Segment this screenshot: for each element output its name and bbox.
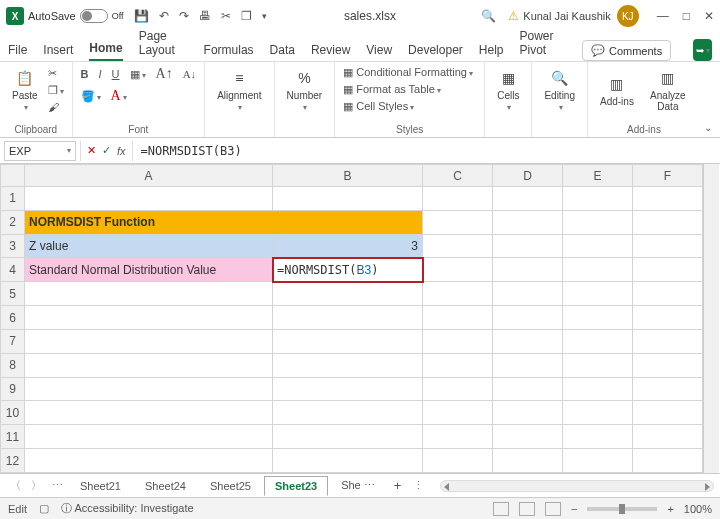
format-painter-button[interactable]: 🖌 [48, 101, 64, 113]
conditional-formatting-button[interactable]: ▦ Conditional Formatting▾ [343, 66, 476, 79]
cell[interactable] [633, 258, 703, 282]
tab-data[interactable]: Data [270, 39, 295, 61]
zoom-slider[interactable] [587, 507, 657, 511]
cell[interactable] [273, 306, 423, 330]
cell[interactable] [423, 377, 493, 401]
cell-b4-active[interactable]: =NORMSDIST(B3) [273, 258, 423, 282]
cell[interactable] [493, 258, 563, 282]
cell[interactable] [493, 353, 563, 377]
horizontal-scrollbar[interactable] [440, 480, 714, 492]
cell[interactable] [273, 329, 423, 353]
cell[interactable] [563, 377, 633, 401]
cell[interactable] [493, 306, 563, 330]
bold-button[interactable]: B [81, 68, 89, 80]
sheet-nav-prev-icon[interactable]: 〈 [6, 478, 25, 493]
cell-styles-button[interactable]: ▦ Cell Styles▾ [343, 100, 476, 113]
cell[interactable] [25, 449, 273, 473]
cell[interactable] [25, 353, 273, 377]
tab-home[interactable]: Home [89, 37, 122, 61]
cell[interactable] [633, 329, 703, 353]
cell-a4[interactable]: Standard Normal Distribution Value [25, 258, 273, 282]
tab-developer[interactable]: Developer [408, 39, 463, 61]
select-all-cell[interactable] [1, 165, 25, 187]
sheet-nav-more-icon[interactable]: ⋯ [48, 479, 67, 492]
addins-button[interactable]: ▥Add-ins [596, 72, 638, 109]
row-header[interactable]: 2 [1, 210, 25, 234]
maximize-icon[interactable]: □ [683, 9, 690, 23]
cell[interactable] [493, 449, 563, 473]
cell[interactable] [273, 187, 423, 211]
zoom-in-button[interactable]: + [667, 503, 673, 515]
row-header[interactable]: 10 [1, 401, 25, 425]
cell[interactable] [493, 187, 563, 211]
alignment-button[interactable]: ≡Alignment▾ [213, 66, 265, 114]
page-layout-view-button[interactable] [519, 502, 535, 516]
cell[interactable] [633, 234, 703, 258]
sheet-nav-next-icon[interactable]: 〉 [27, 478, 46, 493]
col-header[interactable]: A [25, 165, 273, 187]
undo-icon[interactable]: ↶ [159, 9, 169, 23]
collapse-ribbon-icon[interactable]: ⌄ [704, 122, 712, 133]
cut-button[interactable]: ✂ [48, 67, 64, 80]
share-button[interactable]: ➥▾ [693, 39, 712, 61]
cell[interactable] [633, 187, 703, 211]
save-icon[interactable]: 💾 [134, 9, 149, 23]
cell[interactable] [423, 329, 493, 353]
cancel-formula-icon[interactable]: ✕ [87, 144, 96, 157]
add-sheet-button[interactable]: + [394, 478, 402, 493]
row-header[interactable]: 7 [1, 329, 25, 353]
copy-button[interactable]: ❐▾ [48, 84, 64, 97]
cell[interactable] [633, 401, 703, 425]
print-icon[interactable]: 🖶 [199, 9, 211, 23]
number-button[interactable]: %Number▾ [283, 66, 327, 114]
formula-input[interactable]: =NORMSDIST(B3) [133, 144, 720, 158]
sheet-tab[interactable]: Sheet25 [199, 476, 262, 496]
vertical-scrollbar[interactable] [703, 164, 719, 473]
cell[interactable] [273, 449, 423, 473]
minimize-icon[interactable]: — [657, 9, 669, 23]
accept-formula-icon[interactable]: ✓ [102, 144, 111, 157]
cell[interactable] [563, 329, 633, 353]
cell-a3[interactable]: Z value [25, 234, 273, 258]
cell[interactable] [563, 210, 633, 234]
fx-icon[interactable]: fx [117, 145, 126, 157]
font-size-up-button[interactable]: A↑ [156, 66, 173, 82]
cell[interactable] [633, 449, 703, 473]
macro-record-icon[interactable]: ▢ [39, 502, 49, 515]
cell[interactable] [25, 282, 273, 306]
cell[interactable] [563, 401, 633, 425]
cell-b3[interactable]: 3 [273, 234, 423, 258]
italic-button[interactable]: I [99, 68, 102, 80]
sheet-tab-active[interactable]: Sheet23 [264, 476, 328, 496]
cell[interactable] [25, 401, 273, 425]
cell-title[interactable]: NORMSDIST Function [25, 210, 423, 234]
cell[interactable] [493, 282, 563, 306]
accessibility-status[interactable]: ⓘ Accessibility: Investigate [61, 501, 194, 516]
font-color-button[interactable]: A▾ [111, 88, 127, 104]
warning-icon[interactable]: ⚠ [508, 9, 519, 23]
cell[interactable] [563, 306, 633, 330]
user-account[interactable]: Kunal Jai Kaushik KJ [523, 5, 638, 27]
col-header[interactable]: F [633, 165, 703, 187]
cell[interactable] [493, 377, 563, 401]
analyze-data-button[interactable]: ▥Analyze Data [644, 66, 692, 114]
sheet-tab[interactable]: Sheet24 [134, 476, 197, 496]
row-header[interactable]: 12 [1, 449, 25, 473]
row-header[interactable]: 4 [1, 258, 25, 282]
file-name[interactable]: sales.xlsx [271, 9, 470, 23]
cell[interactable] [423, 306, 493, 330]
cell[interactable] [423, 234, 493, 258]
cells-button[interactable]: ▦Cells▾ [493, 66, 523, 114]
cell[interactable] [25, 425, 273, 449]
fill-color-button[interactable]: 🪣▾ [81, 90, 101, 103]
page-break-view-button[interactable] [545, 502, 561, 516]
row-header[interactable]: 8 [1, 353, 25, 377]
format-as-table-button[interactable]: ▦ Format as Table▾ [343, 83, 476, 96]
col-header[interactable]: C [423, 165, 493, 187]
col-header[interactable]: D [493, 165, 563, 187]
row-header[interactable]: 1 [1, 187, 25, 211]
cell[interactable] [633, 306, 703, 330]
cell[interactable] [273, 377, 423, 401]
cell[interactable] [25, 377, 273, 401]
cell[interactable] [493, 401, 563, 425]
